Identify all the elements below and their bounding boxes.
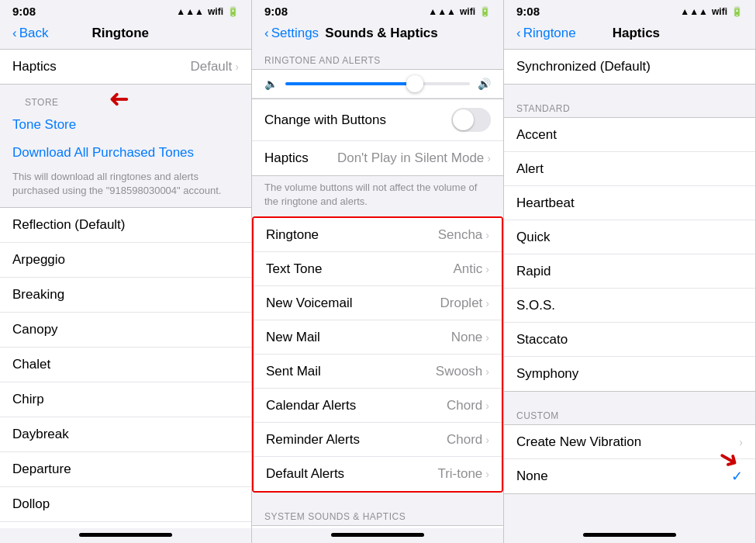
haptics-item-2[interactable]: Haptics Don't Play in Silent Mode › — [252, 141, 503, 175]
sound-item-reminder[interactable]: Reminder Alerts Chord › — [254, 423, 502, 457]
sound-item-sentmail[interactable]: Sent Mail Swoosh › — [254, 355, 502, 389]
haptics-setting-item[interactable]: Haptics Default › — [0, 50, 251, 84]
sound-label-voicemail: New Voicemail — [266, 296, 353, 311]
volume-high-icon: 🔊 — [478, 78, 491, 90]
texttone-chevron: › — [485, 263, 489, 275]
ringtone-item-1[interactable]: Arpeggio — [0, 243, 251, 278]
nav-bar-1: ‹ Back Ringtone — [0, 21, 251, 49]
custom-header: CUSTOM — [504, 404, 755, 424]
download-link[interactable]: Download All Purchased Tones — [12, 139, 239, 167]
sound-label-texttone: Text Tone — [266, 261, 322, 277]
sound-value-texttone: Antic › — [454, 261, 489, 277]
back-chevron-2: ‹ — [264, 26, 269, 41]
haptic-alert-label: Alert — [516, 161, 544, 177]
ringtone-item-2[interactable]: Breaking — [0, 278, 251, 313]
panel-haptics: ➜ 9:08 ▲▲▲ wifi 🔋 ‹ Ringtone Haptics Syn… — [504, 0, 756, 543]
panel2-content: RINGTONE AND ALERTS 🔈 🔊 Change with Butt… — [252, 49, 503, 528]
sound-item-newmail[interactable]: New Mail None › — [254, 320, 502, 355]
panel-ringtone: ➜ 9:08 ▲▲▲ wifi 🔋 ‹ Back Ringtone Haptic… — [0, 0, 252, 543]
voicemail-chevron: › — [485, 297, 489, 310]
custom-haptics-group: Create New Vibration › None ✓ — [504, 424, 755, 494]
haptic-staccato[interactable]: Staccato — [504, 323, 755, 357]
sound-item-texttone[interactable]: Text Tone Antic › — [254, 252, 502, 286]
change-with-buttons-toggle[interactable] — [451, 108, 491, 132]
status-time-2: 9:08 — [264, 5, 288, 18]
back-button-1[interactable]: ‹ Back — [12, 26, 48, 41]
sentmail-chevron: › — [485, 365, 489, 378]
volume-slider-row[interactable]: 🔈 🔊 — [252, 69, 503, 99]
haptics-value-group: Default › — [190, 59, 239, 74]
back-chevron-1: ‹ — [12, 26, 17, 41]
battery-icon-2: 🔋 — [479, 6, 491, 17]
haptic-quick-label: Quick — [516, 230, 550, 245]
sync-default-label: Synchronized (Default) — [516, 59, 651, 74]
newmail-chevron: › — [485, 331, 489, 344]
volume-thumb[interactable] — [406, 75, 423, 92]
voicemail-value: Droplet — [440, 296, 483, 311]
haptics-value-group-2: Don't Play in Silent Mode › — [337, 150, 491, 166]
sound-item-voicemail[interactable]: New Voicemail Droplet › — [254, 286, 502, 320]
status-icons-2: ▲▲▲ wifi 🔋 — [428, 6, 491, 17]
nav-bar-2: ‹ Settings Sounds & Haptics — [252, 21, 503, 49]
haptic-quick[interactable]: Quick — [504, 220, 755, 254]
nav-title-3: Haptics — [613, 26, 660, 41]
haptic-symphony-label: Symphony — [516, 366, 578, 382]
ringtone-item-7[interactable]: Departure — [0, 452, 251, 487]
none-item[interactable]: None ✓ — [504, 459, 755, 493]
ringtone-item-0[interactable]: Reflection (Default) — [0, 207, 251, 243]
signal-icon-3: ▲▲▲ — [680, 6, 708, 17]
tone-store-link[interactable]: Tone Store — [12, 111, 239, 139]
haptic-accent[interactable]: Accent — [504, 118, 755, 152]
sound-label-newmail: New Mail — [266, 330, 320, 345]
nav-title-2: Sounds & Haptics — [325, 26, 437, 41]
haptic-heartbeat[interactable]: Heartbeat — [504, 186, 755, 220]
keyboard-feedback-item[interactable]: Keyboard Feedback None › — [252, 526, 503, 528]
sound-item-ringtone[interactable]: Ringtone Sencha › — [254, 218, 502, 252]
back-button-2[interactable]: ‹ Settings — [264, 26, 319, 41]
toggle-knob-1 — [453, 109, 474, 130]
texttone-value: Antic — [454, 261, 483, 277]
change-with-buttons-item[interactable]: Change with Buttons — [252, 99, 503, 141]
create-new-vibration-item[interactable]: Create New Vibration › — [504, 425, 755, 459]
sound-item-calendar[interactable]: Calendar Alerts Chord › — [254, 389, 502, 423]
back-label-2: Settings — [271, 26, 319, 41]
status-icons-1: ▲▲▲ wifi 🔋 — [176, 6, 239, 17]
panel-sounds-haptics: 9:08 ▲▲▲ wifi 🔋 ‹ Settings Sounds & Hapt… — [252, 0, 504, 543]
sync-default-item[interactable]: Synchronized (Default) — [504, 50, 755, 84]
wifi-icon: wifi — [208, 6, 223, 17]
none-checkmark: ✓ — [731, 468, 743, 485]
sound-item-default[interactable]: Default Alerts Tri-tone › — [254, 457, 502, 491]
ringtone-item-8[interactable]: Dollop — [0, 487, 251, 522]
status-time-3: 9:08 — [516, 5, 540, 18]
signal-icon-2: ▲▲▲ — [428, 6, 456, 17]
home-indicator-1 — [79, 533, 172, 537]
ringtone-item-9[interactable]: Journey — [0, 522, 251, 528]
standard-header: STANDARD — [504, 97, 755, 117]
haptic-rapid[interactable]: Rapid — [504, 254, 755, 289]
haptics-value: Default — [190, 59, 232, 74]
panel3-content: Synchronized (Default) STANDARD Accent A… — [504, 49, 755, 528]
status-bar-1: 9:08 ▲▲▲ wifi 🔋 — [0, 0, 251, 21]
ringtone-item-4[interactable]: Chalet — [0, 348, 251, 382]
ringtone-item-3[interactable]: Canopy — [0, 313, 251, 348]
status-time-1: 9:08 — [12, 5, 36, 18]
sound-items-group: Ringtone Sencha › Text Tone Antic › New … — [254, 218, 502, 491]
calendar-value: Chord — [447, 398, 482, 413]
sync-default-group: Synchronized (Default) — [504, 49, 755, 85]
home-indicator-2 — [331, 533, 424, 537]
volume-track[interactable] — [285, 82, 470, 85]
haptic-heartbeat-label: Heartbeat — [516, 195, 575, 211]
sound-value-sentmail: Swoosh › — [436, 364, 489, 379]
sound-value-voicemail: Droplet › — [440, 296, 489, 311]
ringtone-item-6[interactable]: Daybreak — [0, 417, 251, 452]
create-new-chevron: › — [739, 436, 743, 448]
ringtone-item-5[interactable]: Chirp — [0, 382, 251, 417]
haptic-alert[interactable]: Alert — [504, 152, 755, 186]
sound-value-newmail: None › — [451, 330, 489, 345]
sentmail-value: Swoosh — [436, 364, 482, 379]
haptic-sos[interactable]: S.O.S. — [504, 289, 755, 323]
haptic-symphony[interactable]: Symphony — [504, 357, 755, 391]
back-button-3[interactable]: ‹ Ringtone — [516, 26, 576, 41]
change-with-buttons-label: Change with Buttons — [264, 112, 386, 128]
battery-icon: 🔋 — [227, 6, 239, 17]
